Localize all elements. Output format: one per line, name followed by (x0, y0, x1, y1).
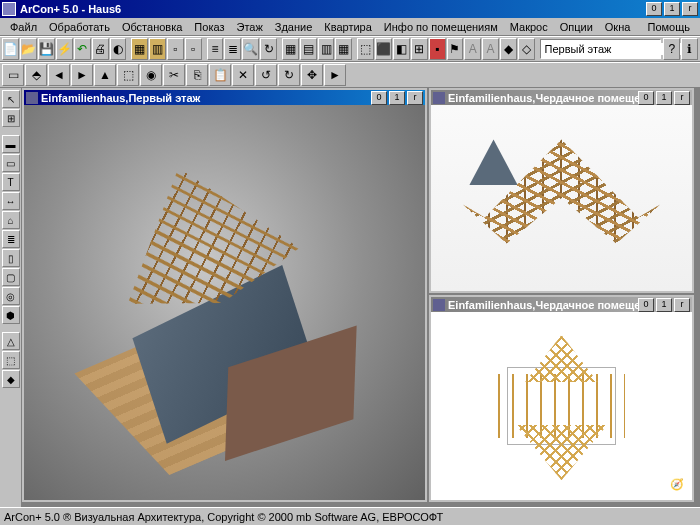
cam1-button[interactable]: ⬚ (117, 64, 139, 86)
menu-edit[interactable]: Обработать (43, 21, 116, 33)
viewport-main-3d[interactable] (24, 105, 425, 500)
window-max-button[interactable]: 1 (656, 91, 672, 105)
select-tool[interactable]: ⊞ (2, 109, 20, 127)
rot1-button[interactable]: ↺ (255, 64, 277, 86)
view-red-button[interactable]: ▪ (429, 38, 446, 60)
nav2-button[interactable]: ► (71, 64, 93, 86)
dim-tool[interactable]: ↔ (2, 192, 20, 210)
grid3-button[interactable]: ▥ (318, 38, 335, 60)
view2-button[interactable]: ⬛ (375, 38, 392, 60)
terrain-tool[interactable]: ⬚ (2, 351, 20, 369)
undo-button[interactable]: ↶ (74, 38, 91, 60)
help-button[interactable]: ? (663, 38, 680, 60)
menu-file[interactable]: Файл (4, 21, 43, 33)
menu-furnish[interactable]: Обстановка (116, 21, 188, 33)
copy-button[interactable]: ⎘ (186, 64, 208, 86)
print-button[interactable]: 🖨 (92, 38, 109, 60)
window-min-button[interactable]: 0 (638, 298, 654, 312)
window-main-3d[interactable]: Einfamilienhaus,Первый этаж 0 1 r (22, 88, 427, 502)
rect-tool[interactable]: ▭ (2, 154, 20, 172)
misc2-button[interactable]: ◇ (518, 38, 535, 60)
menu-macros[interactable]: Макрос (504, 21, 554, 33)
object-tool[interactable]: ⬢ (2, 306, 20, 324)
menu-show[interactable]: Показ (188, 21, 230, 33)
info-button[interactable]: ℹ (681, 38, 698, 60)
window-roof3d-titlebar[interactable]: Einfamilienhaus,Чердачное помещение 0 1 … (431, 90, 692, 105)
save-button[interactable]: 💾 (38, 38, 55, 60)
window-close-button[interactable]: r (407, 91, 423, 105)
nav4-button[interactable]: ► (324, 64, 346, 86)
del-button[interactable]: ✕ (232, 64, 254, 86)
text-a-button[interactable]: A (464, 38, 481, 60)
paste-button[interactable]: 📋 (209, 64, 231, 86)
viewport-roof-3d[interactable] (431, 105, 692, 291)
new-button[interactable]: 📄 (2, 38, 19, 60)
maximize-button[interactable]: 1 (664, 2, 680, 16)
tri-tool[interactable]: △ (2, 332, 20, 350)
misc1-button[interactable]: ◆ (500, 38, 517, 60)
rotate-button[interactable]: ↻ (260, 38, 277, 60)
cam2-button[interactable]: ◉ (140, 64, 162, 86)
menu-options[interactable]: Опции (554, 21, 599, 33)
window-min-button[interactable]: 0 (638, 91, 654, 105)
grid1-button[interactable]: ▦ (282, 38, 299, 60)
misc-tool[interactable]: ◆ (2, 370, 20, 388)
nav3-button[interactable]: ▲ (94, 64, 116, 86)
window-max-button[interactable]: 1 (389, 91, 405, 105)
menu-floor[interactable]: Этаж (230, 21, 268, 33)
clip-button[interactable]: ✂ (163, 64, 185, 86)
window-tool[interactable]: ▢ (2, 268, 20, 286)
text-a2-button[interactable]: A (482, 38, 499, 60)
status-text: ArCon+ 5.0 ® Визуальная Архитектура, Cop… (4, 511, 443, 523)
window-roof-2d[interactable]: Einfamilienhaus,Чердачное помещение 0 1 … (429, 295, 694, 502)
lightning-button[interactable]: ⚡ (56, 38, 73, 60)
grid4-button[interactable]: ▦ (335, 38, 352, 60)
flag-button[interactable]: ⚑ (447, 38, 464, 60)
open-button[interactable]: 📂 (20, 38, 37, 60)
nav1-button[interactable]: ◄ (48, 64, 70, 86)
toolbar-row-1: 📄 📂 💾 ⚡ ↶ 🖨 ◐ ▦ ▥ ▫ ▫ ≡ ≣ 🔍 ↻ ▦ ▤ ▥ ▦ ⬚ … (0, 36, 700, 62)
menu-building[interactable]: Здание (269, 21, 319, 33)
menu-help[interactable]: Помощь (642, 21, 697, 33)
cursor-tool[interactable]: ↖ (2, 90, 20, 108)
roof-tool[interactable]: ⌂ (2, 211, 20, 229)
wall-tool[interactable]: ▬ (2, 135, 20, 153)
tool-a-button[interactable]: ▦ (131, 38, 148, 60)
stair-tool[interactable]: ≣ (2, 230, 20, 248)
toggle-button[interactable]: ◐ (110, 38, 127, 60)
close-button[interactable]: r (682, 2, 698, 16)
tool-d-button[interactable]: ▫ (185, 38, 202, 60)
minimize-button[interactable]: 0 (646, 2, 662, 16)
rot2-button[interactable]: ↻ (278, 64, 300, 86)
tool-b-button[interactable]: ▥ (149, 38, 166, 60)
view3-button[interactable]: ◧ (393, 38, 410, 60)
view1-button[interactable]: ⬚ (357, 38, 374, 60)
window-main-titlebar[interactable]: Einfamilienhaus,Первый этаж 0 1 r (24, 90, 425, 105)
window-roof2d-titlebar[interactable]: Einfamilienhaus,Чердачное помещение 0 1 … (431, 297, 692, 312)
tool-c-button[interactable]: ▫ (167, 38, 184, 60)
grid2-button[interactable]: ▤ (300, 38, 317, 60)
view3d-button[interactable]: ⬘ (25, 64, 47, 86)
door-tool[interactable]: ▯ (2, 249, 20, 267)
mode-button[interactable]: ▭ (2, 64, 24, 86)
menu-roominfo[interactable]: Инфо по помещениям (378, 21, 504, 33)
window-min-button[interactable]: 0 (371, 91, 387, 105)
layers-button[interactable]: ≡ (207, 38, 224, 60)
text-tool[interactable]: T (2, 173, 20, 191)
view4-button[interactable]: ⊞ (411, 38, 428, 60)
column-tool[interactable]: ◎ (2, 287, 20, 305)
pan-button[interactable]: ✥ (301, 64, 323, 86)
window-close-button[interactable]: r (674, 91, 690, 105)
viewport-roof-2d[interactable]: 🧭 (431, 312, 692, 500)
window-max-button[interactable]: 1 (656, 298, 672, 312)
menu-windows[interactable]: Окна (599, 21, 637, 33)
window-roof2d-title: Einfamilienhaus,Чердачное помещение (448, 299, 638, 311)
workspace: ↖ ⊞ ▬ ▭ T ↔ ⌂ ≣ ▯ ▢ ◎ ⬢ △ ⬚ ◆ Einfamilie… (0, 88, 700, 507)
window-close-button[interactable]: r (674, 298, 690, 312)
menu-apartment[interactable]: Квартира (318, 21, 378, 33)
app-icon (2, 2, 16, 16)
zoom-button[interactable]: 🔍 (242, 38, 259, 60)
window-roof-3d[interactable]: Einfamilienhaus,Чердачное помещение 0 1 … (429, 88, 694, 293)
floor-selector[interactable]: ▼ (540, 39, 662, 59)
layers2-button[interactable]: ≣ (224, 38, 241, 60)
